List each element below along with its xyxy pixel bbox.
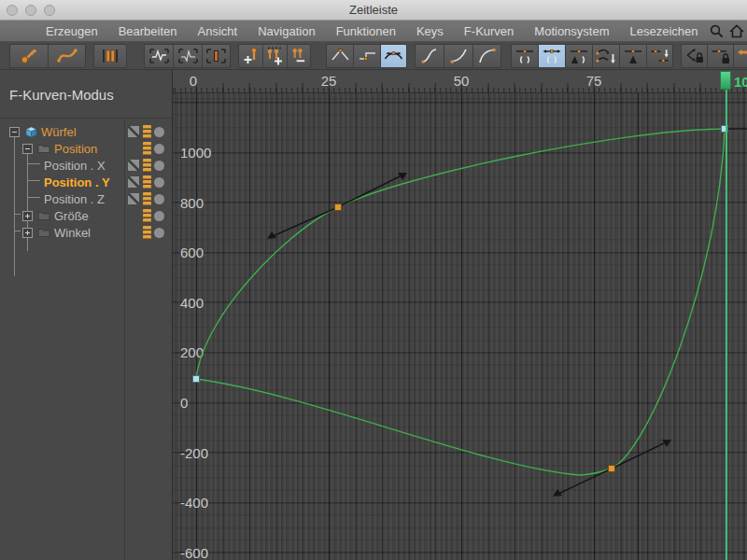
track-dots-toggle[interactable] [143, 226, 151, 239]
key-mode-button[interactable] [9, 44, 48, 68]
ruler-label-75: 75 [580, 73, 608, 89]
track-label[interactable]: Position . Y [44, 175, 110, 189]
break-tangents-button[interactable] [592, 44, 619, 68]
step-interpolation-button[interactable] [353, 44, 380, 68]
fcurves-canvas[interactable] [173, 93, 747, 560]
track-dots-toggle[interactable] [143, 175, 151, 189]
tree-row-position[interactable]: Position [0, 140, 173, 157]
track-dots-toggle[interactable] [143, 209, 151, 222]
menu-motionsystem[interactable]: Motionsystem [524, 24, 619, 38]
delete-key-icon [289, 46, 308, 66]
collapse-icon[interactable] [9, 127, 20, 137]
lock-tangent-length-button[interactable] [707, 44, 733, 68]
tree-row-position-z[interactable]: Position . Z [0, 190, 173, 207]
ease-ease-button[interactable] [415, 44, 444, 68]
track-label[interactable]: Position [54, 142, 97, 156]
tree-row-position-y[interactable]: Position . Y [0, 174, 173, 190]
link-tangents-button[interactable] [538, 44, 565, 68]
timeline-window: Zeitleiste Erzeugen Bearbeiten Ansicht N… [0, 0, 747, 560]
menu-erzeugen[interactable]: Erzeugen [35, 24, 108, 38]
tree-row-wuerfel[interactable]: Würfel [0, 123, 173, 140]
auto-tangent-button[interactable] [511, 44, 538, 68]
fcurve-upper[interactable] [196, 129, 725, 379]
spline-interpolation-button[interactable] [380, 44, 407, 68]
track-label[interactable]: Größe [54, 209, 89, 223]
track-label[interactable]: Position . X [44, 159, 106, 173]
expand-icon[interactable] [22, 228, 33, 238]
ruler-label-25: 25 [315, 73, 343, 89]
tree-row-groesse[interactable]: Größe [0, 207, 173, 224]
lock-time-button[interactable] [733, 44, 747, 68]
expand-icon[interactable] [22, 211, 33, 221]
track-label[interactable]: Würfel [41, 125, 77, 139]
solo-toggle[interactable] [154, 161, 164, 171]
lock-tangent-angle-icon [684, 46, 705, 66]
current-frame-label: 10 [734, 74, 747, 90]
menu-navigation[interactable]: Navigation [247, 24, 325, 38]
spline-interpolation-icon [383, 46, 404, 66]
track-label[interactable]: Winkel [54, 226, 91, 240]
track-label[interactable]: Position . Z [44, 192, 105, 206]
playhead-handle[interactable] [720, 71, 731, 90]
curve-visibility-toggle[interactable] [128, 176, 139, 188]
frame-all-button[interactable] [144, 44, 173, 68]
menu-f-kurven[interactable]: F-Kurven [454, 24, 524, 38]
linear-interpolation-button[interactable] [326, 44, 353, 68]
ease-out-button[interactable] [472, 44, 501, 68]
fcurve-mode-button[interactable] [48, 44, 86, 68]
frame-selected-button[interactable] [173, 44, 202, 68]
home-icon[interactable] [728, 23, 745, 39]
flatten-tangent-icon [649, 46, 670, 66]
solo-toggle[interactable] [154, 144, 164, 154]
weight-icon [622, 46, 644, 66]
curve-visibility-toggle[interactable] [128, 126, 139, 137]
frame-selected-icon [176, 46, 200, 66]
title-bar[interactable]: Zeitleiste [0, 0, 747, 21]
frame-region-button[interactable] [202, 44, 231, 68]
window-title: Zeitleiste [0, 3, 747, 17]
weighted-tangent-button[interactable] [565, 44, 592, 68]
menu-funktionen[interactable]: Funktionen [326, 24, 406, 38]
search-icon[interactable] [709, 23, 725, 39]
record-keys-button[interactable] [262, 44, 287, 68]
linear-interpolation-icon [330, 46, 351, 66]
mode-label: F-Kurven-Modus [9, 87, 114, 103]
delete-key-button[interactable] [287, 44, 311, 68]
curve-visibility-toggle[interactable] [128, 160, 139, 171]
solo-toggle[interactable] [154, 194, 164, 204]
track-dots-toggle[interactable] [143, 192, 151, 205]
motion-mode-button[interactable] [93, 44, 127, 68]
collapse-icon[interactable] [22, 144, 33, 154]
solo-toggle[interactable] [154, 177, 164, 188]
ease-out-icon [475, 46, 499, 66]
menu-bearbeiten[interactable]: Bearbeiten [108, 24, 188, 38]
time-ruler[interactable]: 0 25 50 75 [173, 70, 747, 93]
ease-in-button[interactable] [444, 44, 472, 68]
tree-row-position-x[interactable]: Position . X [0, 157, 173, 174]
tree-row-winkel[interactable]: Winkel [0, 224, 173, 241]
track-dots-toggle[interactable] [143, 159, 151, 172]
lock-tangent-angle-button[interactable] [681, 44, 707, 68]
weighted-tangent-icon [568, 46, 590, 66]
track-dots-toggle[interactable] [143, 142, 151, 155]
menu-ansicht[interactable]: Ansicht [188, 24, 248, 38]
add-key-button[interactable] [238, 44, 262, 68]
weight-button[interactable] [619, 44, 646, 68]
menu-keys[interactable]: Keys [406, 24, 454, 38]
ease-in-icon [447, 46, 471, 66]
solo-toggle[interactable] [154, 211, 164, 221]
track-dots-toggle[interactable] [143, 125, 151, 138]
keyframe-lower-mid[interactable] [609, 466, 615, 472]
playhead-line[interactable] [726, 90, 727, 560]
fcurve-graph[interactable]: 0 25 50 75 1000 800 600 400 200 0 -200 -… [173, 70, 747, 560]
solo-toggle[interactable] [154, 127, 164, 137]
keyframe-upper-mid[interactable] [335, 204, 342, 211]
fcurve-lower[interactable] [196, 129, 725, 475]
menu-lesezeichen[interactable]: Lesezeichen [620, 24, 709, 38]
toolbar [0, 42, 747, 70]
flatten-tangent-button[interactable] [646, 44, 673, 68]
curve-visibility-toggle[interactable] [128, 193, 139, 204]
break-tangents-icon [595, 46, 617, 66]
solo-toggle[interactable] [154, 228, 164, 238]
keyframe-start-selected[interactable] [193, 376, 200, 383]
